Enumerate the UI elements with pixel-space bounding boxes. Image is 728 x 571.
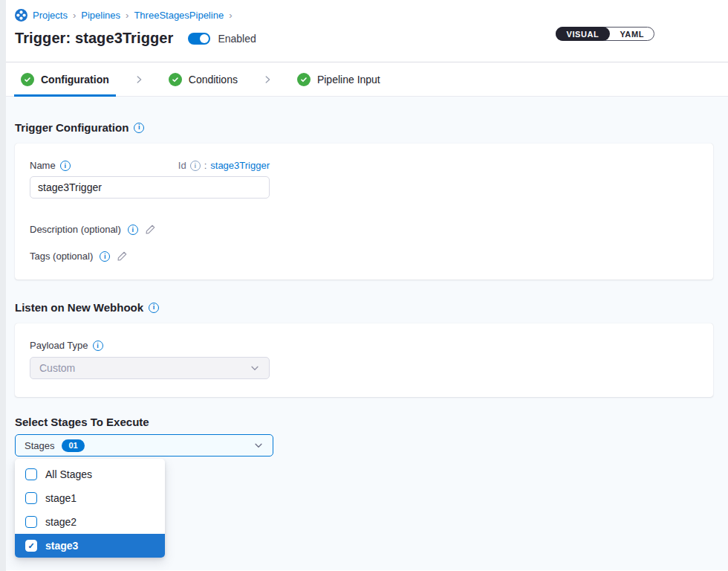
- id-colon: :: [204, 160, 207, 171]
- chevron-down-icon: [250, 363, 260, 373]
- edit-description-icon[interactable]: [145, 224, 156, 235]
- tags-label: Tags (optional): [30, 251, 93, 262]
- check-circle-icon: [169, 73, 182, 86]
- stages-section: Select Stages To Execute Stages 01 All S…: [15, 416, 713, 457]
- option-label: All Stages: [45, 468, 92, 480]
- stages-multiselect[interactable]: Stages 01 All Stages stage1 stage2: [15, 434, 273, 457]
- chevron-down-icon: [253, 440, 264, 451]
- visual-yaml-toggle: VISUAL YAML: [556, 27, 655, 41]
- section-title-text: Trigger Configuration: [15, 120, 129, 135]
- id-value[interactable]: stage3Trigger: [210, 160, 270, 171]
- id-label: Id: [178, 160, 186, 171]
- project-icon: [15, 9, 27, 22]
- payload-type-label: Payload Type: [30, 340, 698, 351]
- option-stage1[interactable]: stage1: [15, 486, 165, 510]
- option-stage2[interactable]: stage2: [15, 510, 165, 534]
- breadcrumb: Projects › Pipelines › ThreeStagesPipeli…: [15, 9, 713, 22]
- option-all-stages[interactable]: All Stages: [15, 462, 165, 486]
- payload-type-value: Custom: [39, 362, 75, 374]
- breadcrumb-separator: ›: [229, 10, 232, 21]
- name-label-text: Name: [30, 160, 56, 171]
- name-input[interactable]: [30, 176, 270, 199]
- webhook-card: Payload Type Custom: [15, 323, 713, 397]
- stages-section-title: Select Stages To Execute: [15, 416, 713, 428]
- breadcrumb-pipeline-name[interactable]: ThreeStagesPipeline: [134, 10, 224, 21]
- trigger-configuration-title: Trigger Configuration: [15, 120, 713, 135]
- checkbox[interactable]: [25, 468, 37, 480]
- tab-label: Configuration: [41, 74, 109, 86]
- breadcrumb-separator: ›: [73, 10, 76, 21]
- yaml-tab[interactable]: YAML: [610, 28, 654, 40]
- info-icon[interactable]: [93, 341, 103, 351]
- info-icon[interactable]: [190, 161, 201, 171]
- window-edge: [0, 0, 6, 571]
- payload-type-label-text: Payload Type: [30, 340, 88, 351]
- section-title-text: Listen on New Webhook: [15, 300, 143, 314]
- breadcrumb-separator: ›: [126, 10, 129, 21]
- id-line: Id : stage3Trigger: [178, 160, 270, 171]
- name-label: Name: [30, 160, 71, 171]
- tags-row: Tags (optional): [30, 251, 698, 262]
- edit-tags-icon[interactable]: [117, 251, 128, 262]
- checkbox[interactable]: [25, 540, 37, 552]
- breadcrumb-pipelines[interactable]: Pipelines: [81, 10, 120, 21]
- tab-conditions[interactable]: Conditions: [162, 62, 244, 96]
- chevron-right-icon: [134, 74, 144, 85]
- checkbox[interactable]: [25, 492, 37, 504]
- stages-select-label: Stages: [25, 440, 54, 451]
- info-icon[interactable]: [149, 303, 159, 313]
- info-icon[interactable]: [128, 225, 138, 235]
- option-label: stage3: [45, 540, 78, 552]
- selected-count-badge: 01: [62, 439, 84, 452]
- chevron-right-icon: [262, 74, 273, 85]
- option-stage3[interactable]: stage3: [15, 534, 165, 558]
- webhook-section-title: Listen on New Webhook: [15, 300, 713, 314]
- breadcrumb-projects[interactable]: Projects: [33, 10, 68, 21]
- check-circle-icon: [21, 73, 34, 86]
- main-content: Trigger Configuration Name Id : stage3Tr…: [0, 97, 728, 570]
- info-icon[interactable]: [60, 161, 71, 171]
- enabled-toggle[interactable]: [188, 33, 210, 45]
- page-header: Projects › Pipelines › ThreeStagesPipeli…: [0, 0, 728, 62]
- stages-dropdown-menu: All Stages stage1 stage2 stage3: [15, 459, 165, 558]
- name-field-header: Name Id : stage3Trigger: [30, 160, 270, 171]
- checkbox[interactable]: [25, 516, 37, 528]
- option-label: stage2: [45, 516, 77, 528]
- description-label: Description (optional): [30, 224, 121, 235]
- enabled-toggle-group: Enabled: [188, 33, 256, 45]
- tab-label: Pipeline Input: [317, 74, 380, 86]
- info-icon[interactable]: [134, 123, 144, 133]
- info-icon[interactable]: [100, 251, 110, 262]
- trigger-configuration-card: Name Id : stage3Trigger Description (opt…: [15, 143, 713, 280]
- payload-type-select[interactable]: Custom: [30, 357, 270, 379]
- visual-tab[interactable]: VISUAL: [556, 27, 611, 41]
- tab-label: Conditions: [189, 74, 238, 86]
- toggle-knob: [200, 34, 209, 43]
- tab-pipeline-input[interactable]: Pipeline Input: [290, 62, 387, 96]
- page-title: Trigger: stage3Trigger: [15, 30, 173, 47]
- option-label: stage1: [45, 492, 77, 504]
- wizard-tabs: Configuration Conditions Pipeline Input: [0, 62, 728, 97]
- tab-configuration[interactable]: Configuration: [14, 62, 116, 96]
- enabled-toggle-label: Enabled: [218, 33, 256, 45]
- check-circle-icon: [297, 73, 311, 86]
- description-row: Description (optional): [30, 224, 698, 235]
